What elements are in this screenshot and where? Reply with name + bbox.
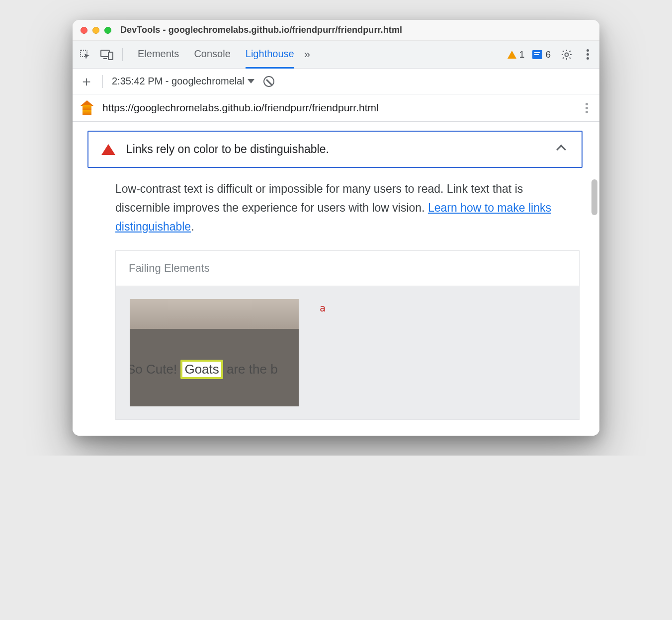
close-window-icon[interactable] [81, 27, 87, 34]
audit-header[interactable]: Links rely on color to be distinguishabl… [87, 131, 583, 168]
warning-icon [507, 51, 516, 59]
panel-tabs: Elements Console Lighthouse [133, 41, 294, 69]
element-screenshot[interactable]: So Cute! Goats are the b [130, 299, 299, 406]
svg-rect-5 [534, 52, 540, 53]
report-url: https://googlechromelabs.github.io/frien… [102, 102, 379, 114]
report-dropdown[interactable]: 2:35:42 PM - googlechromelal [112, 76, 254, 87]
audit-desc-post: . [191, 220, 194, 233]
clear-icon [263, 76, 274, 87]
audit-title: Links rely on color to be distinguishabl… [126, 143, 547, 156]
report-content: Links rely on color to be distinguishabl… [73, 122, 599, 436]
devtools-window: DevTools - googlechromelabs.github.io/fr… [73, 20, 599, 436]
element-tag[interactable]: a [320, 302, 326, 314]
lighthouse-icon [81, 100, 93, 115]
failing-heading: Failing Elements [116, 251, 579, 286]
new-report-button[interactable]: ＋ [80, 72, 93, 91]
devtools-toolbar: Elements Console Lighthouse » 1 6 [73, 41, 599, 69]
lighthouse-url-bar: https://googlechromelabs.github.io/frien… [73, 94, 599, 122]
fail-icon [101, 144, 115, 155]
scrollbar-thumb[interactable] [591, 179, 597, 215]
device-toolbar-icon[interactable] [100, 49, 113, 60]
svg-rect-6 [534, 54, 539, 55]
settings-icon[interactable] [561, 49, 573, 61]
messages-count: 6 [545, 49, 551, 60]
warnings-count: 1 [519, 49, 525, 60]
tab-elements[interactable]: Elements [138, 41, 179, 69]
separator [102, 75, 103, 88]
svg-rect-4 [532, 50, 542, 57]
separator [122, 48, 123, 61]
tab-lighthouse[interactable]: Lighthouse [246, 41, 294, 69]
tabs-overflow-button[interactable]: » [304, 48, 310, 61]
messages-badge[interactable]: 6 [532, 49, 551, 60]
chevron-up-icon [556, 145, 566, 155]
screenshot-caption: So Cute! Goats are the b [130, 360, 278, 379]
window-title: DevTools - googlechromelabs.github.io/fr… [120, 25, 402, 35]
minimize-window-icon[interactable] [92, 27, 99, 34]
highlighted-link: Goats [180, 360, 223, 379]
message-icon [532, 50, 542, 59]
svg-rect-3 [108, 52, 113, 60]
tab-console[interactable]: Console [194, 41, 230, 69]
inspect-element-icon[interactable] [80, 49, 91, 61]
titlebar: DevTools - googlechromelabs.github.io/fr… [73, 20, 599, 41]
more-icon[interactable] [583, 49, 592, 60]
chevron-down-icon [248, 79, 254, 83]
lighthouse-subbar: ＋ 2:35:42 PM - googlechromelal [73, 69, 599, 94]
report-timestamp: 2:35:42 PM - googlechromelal [112, 76, 245, 87]
report-menu-button[interactable] [582, 102, 591, 113]
traffic-lights [81, 27, 111, 34]
failing-elements-section: Failing Elements So Cute! Goats are the … [115, 250, 580, 420]
audit-description: Low-contrast text is difficult or imposs… [87, 180, 583, 250]
zoom-window-icon[interactable] [104, 27, 111, 34]
warnings-badge[interactable]: 1 [507, 49, 525, 60]
clear-reports-button[interactable] [263, 76, 274, 87]
svg-point-7 [565, 53, 569, 56]
